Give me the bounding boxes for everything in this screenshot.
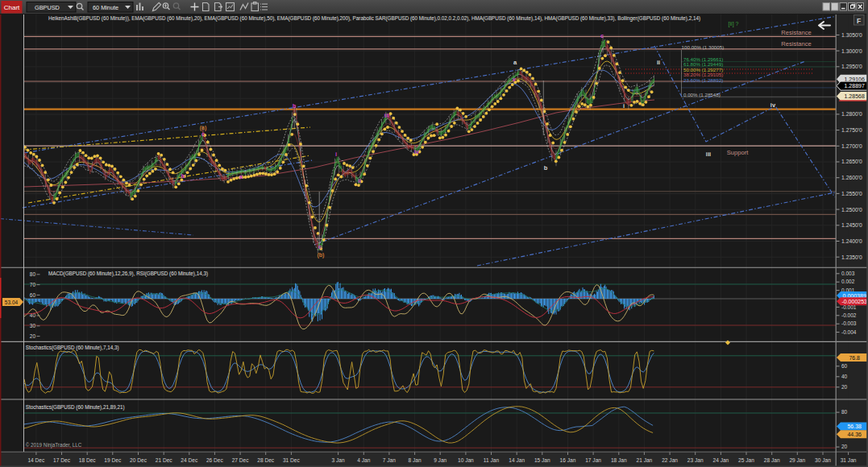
svg-text:1.2800'0: 1.2800'0 (841, 111, 862, 117)
svg-text:8 Jan: 8 Jan (409, 457, 422, 463)
svg-text:1.2950'0: 1.2950'0 (841, 64, 862, 69)
svg-text:Resistance: Resistance (781, 40, 812, 48)
svg-text:1.2350'0: 1.2350'0 (841, 254, 862, 260)
svg-text:1.2550'0: 1.2550'0 (841, 191, 862, 196)
svg-text:100.00% (1.30005): 100.00% (1.30005) (682, 44, 725, 50)
svg-text:21 Jan: 21 Jan (636, 457, 652, 463)
svg-text:ii: ii (657, 59, 660, 66)
svg-text:1.2500'0: 1.2500'0 (841, 207, 862, 213)
svg-text:21 Dec: 21 Dec (156, 457, 173, 463)
svg-text:20: 20 (841, 444, 848, 449)
svg-text:b: b (181, 172, 185, 180)
svg-text:44.36: 44.36 (847, 432, 862, 437)
svg-text:24 Jan: 24 Jan (712, 457, 729, 463)
svg-text:31 Jan: 31 Jan (841, 457, 857, 463)
svg-text:1.2450'0: 1.2450'0 (841, 222, 862, 228)
svg-text:1.2600'0: 1.2600'0 (841, 175, 862, 180)
svg-text:25 Jan: 25 Jan (738, 457, 754, 463)
svg-text:i: i (623, 102, 625, 110)
svg-text:iii: iii (384, 112, 389, 119)
svg-text:1.28568: 1.28568 (845, 93, 865, 99)
svg-text:Resistance: Resistance (781, 29, 812, 36)
svg-text:Stochastics(GBPUSD (60 Minute): Stochastics(GBPUSD (60 Minute),21,89,21) (26, 404, 125, 411)
svg-text:-0.003: -0.003 (841, 320, 857, 326)
svg-text:20: 20 (30, 333, 36, 339)
svg-text:1.28897: 1.28897 (845, 83, 865, 89)
svg-text:GBPUSD: GBPUSD (35, 4, 60, 11)
svg-text:c: c (318, 243, 322, 250)
svg-text:17 Jan: 17 Jan (585, 457, 601, 463)
svg-text:i: i (335, 151, 337, 158)
svg-text:3 Jan: 3 Jan (332, 457, 345, 463)
svg-text:53.04: 53.04 (5, 300, 19, 305)
svg-text:0.003: 0.003 (841, 271, 855, 276)
svg-text:b: b (544, 164, 548, 172)
svg-text:F: F (857, 17, 861, 25)
svg-text:60: 60 (30, 292, 36, 298)
svg-text:MACD(GBPUSD (60 Minute),12,26,: MACD(GBPUSD (60 Minute),12,26,9), RSI(GB… (48, 271, 208, 277)
svg-text:14 Jan: 14 Jan (509, 457, 525, 463)
svg-text:iii: iii (706, 151, 711, 158)
svg-text:-0.000253: -0.000253 (841, 299, 867, 304)
svg-text:20: 20 (841, 384, 848, 390)
svg-text:11 Jan: 11 Jan (484, 457, 500, 463)
svg-text:HeikenAshi8(GBPUSD (60 Minute): HeikenAshi8(GBPUSD (60 Minute)), EMA(GBP… (48, 15, 700, 22)
svg-text:9 Jan: 9 Jan (434, 457, 446, 463)
svg-text:1.2750'0: 1.2750'0 (841, 127, 862, 133)
svg-text:76.8: 76.8 (849, 355, 860, 361)
svg-text:1.3000'0: 1.3000'0 (841, 48, 862, 54)
svg-text:19 Dec: 19 Dec (104, 457, 122, 463)
svg-text:b: b (293, 102, 297, 110)
svg-text:18 Dec: 18 Dec (79, 457, 97, 463)
svg-text:Chart: Chart (4, 4, 20, 11)
svg-text:31 Dec: 31 Dec (283, 457, 301, 463)
svg-text:80: 80 (30, 271, 36, 277)
svg-text:10 Jan: 10 Jan (458, 457, 474, 463)
svg-text:© 2019 NinjaTrader, LLC: © 2019 NinjaTrader, LLC (26, 442, 82, 448)
svg-text:Stochastics(GBPUSD (60 Minute): Stochastics(GBPUSD (60 Minute),7,14,3) (26, 345, 119, 351)
svg-text:23.60% (1.28892): 23.60% (1.28892) (683, 77, 723, 83)
svg-text:22 Jan: 22 Jan (662, 457, 678, 463)
svg-text:70: 70 (30, 282, 36, 287)
svg-text:20 Dec: 20 Dec (130, 457, 147, 463)
svg-text:c: c (201, 130, 205, 138)
svg-text:(b): (b) (318, 252, 325, 258)
svg-text:[ii] ?: [ii] ? (729, 21, 739, 27)
svg-text:4 Jan: 4 Jan (357, 457, 370, 463)
svg-text:1.2400'0: 1.2400'0 (841, 238, 862, 244)
svg-text:15 Jan: 15 Jan (534, 457, 550, 463)
svg-text:28 Jan: 28 Jan (764, 457, 780, 463)
svg-text:80: 80 (841, 409, 848, 415)
svg-text:iv: iv (770, 101, 776, 109)
svg-text:1.2650'0: 1.2650'0 (841, 159, 862, 164)
svg-text:27 Dec: 27 Dec (232, 457, 250, 463)
svg-text:14 Dec: 14 Dec (27, 457, 45, 463)
svg-text:29 Jan: 29 Jan (789, 457, 805, 463)
svg-text:18 Jan: 18 Jan (611, 457, 627, 463)
svg-text:24 Dec: 24 Dec (181, 457, 198, 463)
svg-text:23 Jan: 23 Jan (687, 457, 704, 463)
svg-text:60 Minute: 60 Minute (93, 4, 118, 11)
svg-text:Support: Support (727, 149, 749, 156)
svg-text:56.38: 56.38 (847, 424, 862, 429)
svg-text:16 Jan: 16 Jan (560, 457, 576, 463)
svg-text:ii: ii (358, 177, 361, 184)
svg-text:28 Dec: 28 Dec (257, 457, 275, 463)
svg-text:17 Dec: 17 Dec (53, 457, 71, 463)
svg-text:7 Jan: 7 Jan (383, 457, 396, 463)
svg-text:-0.004: -0.004 (841, 329, 857, 335)
svg-text:iv: iv (414, 148, 420, 155)
svg-text:1.3050'0: 1.3050'0 (841, 32, 862, 38)
svg-text:-0.002: -0.002 (841, 312, 857, 318)
svg-text:30 Jan: 30 Jan (815, 457, 831, 463)
svg-text:1.2700'0: 1.2700'0 (841, 143, 862, 149)
svg-text:c: c (600, 32, 604, 39)
svg-text:30: 30 (30, 323, 36, 329)
svg-text:0.00% (1.28548): 0.00% (1.28548) (683, 92, 721, 97)
svg-text:60: 60 (841, 363, 848, 369)
svg-text:0.002: 0.002 (841, 279, 855, 284)
svg-text:26 Dec: 26 Dec (206, 457, 224, 463)
svg-text:40: 40 (841, 374, 848, 379)
